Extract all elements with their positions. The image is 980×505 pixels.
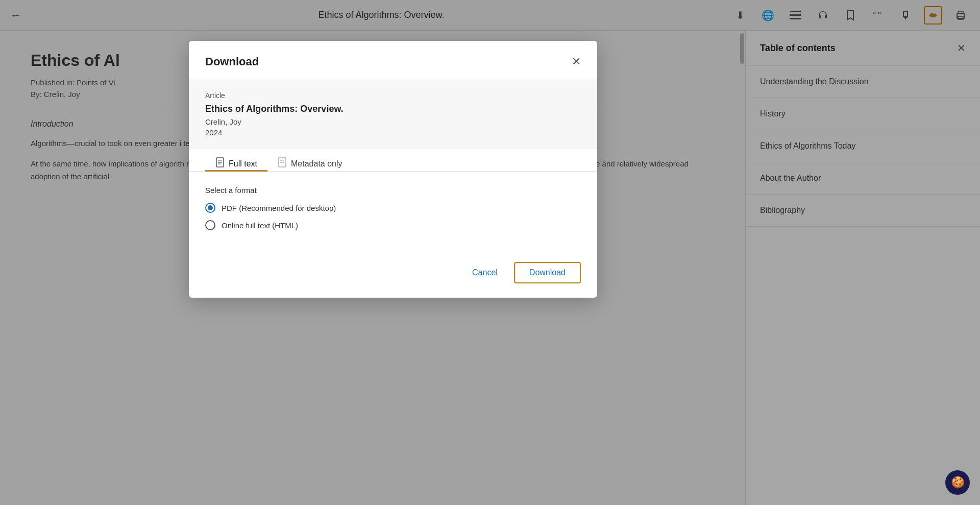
modal-body: Select a format PDF (Recommended for des… xyxy=(189,172,597,252)
format-pdf-option[interactable]: PDF (Recommended for desktop) xyxy=(205,203,581,213)
modal-article-section: Article Ethics of Algorithms: Overview. … xyxy=(189,79,597,149)
modal-article-title: Ethics of Algorithms: Overview. xyxy=(205,104,581,114)
modal-title: Download xyxy=(205,55,259,68)
format-html-option[interactable]: Online full text (HTML) xyxy=(205,220,581,230)
tab-metadata[interactable]: Metadata only xyxy=(267,149,353,172)
full-text-tab-icon xyxy=(215,157,225,170)
format-pdf-label: PDF (Recommended for desktop) xyxy=(222,204,336,212)
tab-metadata-label: Metadata only xyxy=(291,159,342,169)
format-html-radio[interactable] xyxy=(205,220,215,230)
modal-close-button[interactable]: ✕ xyxy=(572,55,581,68)
modal-footer: Cancel Download xyxy=(189,252,597,298)
modal-article-year: 2024 xyxy=(205,128,581,149)
cookie-button[interactable]: 🍪 xyxy=(945,470,970,495)
download-button[interactable]: Download xyxy=(514,262,581,283)
format-pdf-radio[interactable] xyxy=(205,203,215,213)
format-label: Select a format xyxy=(205,186,581,195)
modal-article-author: Crelin, Joy xyxy=(205,117,581,126)
download-modal: Download ✕ Article Ethics of Algorithms:… xyxy=(189,41,597,298)
modal-header: Download ✕ xyxy=(189,41,597,79)
modal-tabs: Full text Metadata only xyxy=(189,149,597,172)
tab-full-text-label: Full text xyxy=(229,159,257,169)
format-html-label: Online full text (HTML) xyxy=(222,221,298,230)
cancel-button[interactable]: Cancel xyxy=(466,264,504,281)
tab-full-text[interactable]: Full text xyxy=(205,149,267,172)
modal-article-label: Article xyxy=(205,91,581,100)
metadata-tab-icon xyxy=(278,157,287,170)
